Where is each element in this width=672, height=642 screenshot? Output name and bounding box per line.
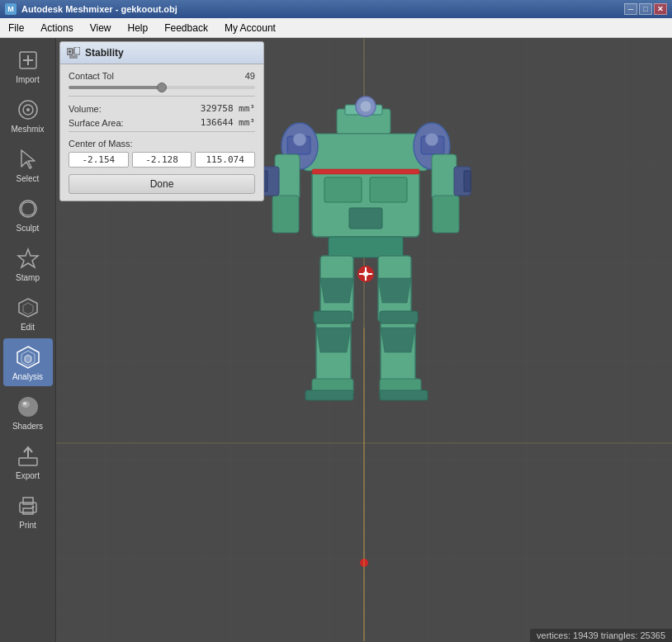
window-title: Autodesk Meshmixer - gekkoout.obj: [21, 4, 177, 14]
svg-point-32: [293, 133, 306, 146]
svg-rect-48: [312, 169, 419, 174]
analysis-icon: [15, 344, 41, 371]
close-button[interactable]: ✕: [654, 3, 667, 15]
svg-rect-37: [272, 196, 299, 233]
menu-file[interactable]: File: [0, 18, 32, 37]
select-label: Select: [17, 174, 40, 183]
sculpt-icon: [15, 196, 41, 222]
contact-tol-row: Contact Tol 49: [69, 71, 255, 81]
import-icon: [15, 47, 41, 73]
shaders-label: Shaders: [12, 422, 43, 431]
sidebar-item-sculpt[interactable]: Sculpt: [3, 190, 53, 238]
edit-icon: [15, 295, 41, 321]
menu-actions[interactable]: Actions: [32, 18, 81, 37]
sidebar-item-import[interactable]: Import: [3, 41, 53, 89]
sidebar: Import Meshmix Select: [0, 38, 56, 642]
com-x-value: -2.154: [69, 152, 129, 168]
viewport[interactable]: Stability Contact Tol 49 Volume: 329758 …: [56, 38, 672, 642]
menu-help[interactable]: Help: [120, 18, 157, 37]
svg-rect-29: [304, 134, 428, 171]
svg-rect-49: [329, 237, 403, 257]
contact-tol-label: Contact Tol: [69, 71, 114, 81]
svg-marker-13: [25, 355, 31, 363]
export-icon: [15, 443, 41, 470]
svg-marker-6: [21, 150, 35, 168]
sidebar-item-select[interactable]: Select: [3, 140, 53, 188]
done-button[interactable]: Done: [69, 174, 255, 194]
svg-marker-8: [18, 249, 38, 267]
sidebar-item-shaders[interactable]: Shaders: [3, 388, 53, 436]
svg-marker-63: [381, 328, 415, 352]
svg-marker-10: [23, 303, 33, 314]
sidebar-item-analysis[interactable]: Analysis: [3, 338, 53, 386]
svg-rect-75: [74, 47, 80, 54]
maximize-button[interactable]: □: [639, 3, 652, 15]
volume-value: 329758 mm³: [201, 103, 255, 114]
meshmix-label: Meshmix: [11, 125, 44, 134]
select-icon: [15, 146, 41, 172]
surface-area-row: Surface Area: 136644 mm³: [69, 117, 255, 128]
svg-rect-54: [305, 390, 353, 400]
print-icon: [15, 493, 41, 519]
sculpt-label: Sculpt: [17, 224, 40, 233]
svg-rect-59: [380, 390, 428, 400]
svg-rect-43: [464, 171, 471, 191]
menu-feedback[interactable]: Feedback: [156, 18, 216, 37]
menu-view[interactable]: View: [82, 18, 120, 37]
com-label: Center of Mass:: [69, 139, 255, 149]
volume-label: Volume:: [69, 104, 102, 114]
svg-point-7: [20, 201, 36, 217]
sidebar-item-edit[interactable]: Edit: [3, 289, 53, 337]
contact-tol-slider[interactable]: [69, 86, 255, 89]
svg-point-35: [425, 133, 438, 146]
meshmix-icon: [15, 97, 41, 123]
stamp-icon: [15, 245, 41, 271]
stamp-label: Stamp: [16, 273, 40, 282]
svg-point-22: [31, 505, 34, 507]
com-values-row: -2.154 -2.128 115.074: [69, 152, 255, 168]
svg-point-69: [363, 271, 368, 276]
svg-rect-17: [19, 458, 37, 465]
divider: [69, 96, 255, 97]
menu-account[interactable]: My Account: [216, 18, 284, 37]
sidebar-item-print[interactable]: Print: [3, 487, 53, 535]
shaders-icon: [15, 394, 41, 420]
status-text: vertices: 19439 triangles: 25365: [537, 630, 665, 640]
svg-rect-21: [23, 508, 33, 514]
app-icon: M: [5, 3, 17, 15]
menu-bar: File Actions View Help Feedback My Accou…: [0, 18, 672, 38]
svg-marker-60: [320, 278, 353, 303]
svg-point-74: [69, 50, 72, 54]
surface-area-value: 136644 mm³: [201, 117, 255, 128]
svg-point-5: [26, 108, 30, 111]
svg-marker-62: [378, 278, 411, 303]
window-controls: ─ □ ✕: [624, 3, 667, 15]
svg-rect-45: [324, 177, 362, 202]
svg-rect-40: [432, 154, 457, 200]
minimize-button[interactable]: ─: [624, 3, 637, 15]
svg-rect-52: [314, 311, 352, 323]
svg-point-16: [23, 402, 26, 404]
analysis-label: Analysis: [12, 372, 43, 381]
export-label: Export: [16, 471, 40, 480]
svg-point-65: [360, 101, 371, 112]
svg-rect-41: [433, 196, 459, 233]
stability-panel-body: Contact Tol 49 Volume: 329758 mm³ Surfac…: [60, 64, 263, 201]
stability-icon: [67, 46, 80, 59]
volume-row: Volume: 329758 mm³: [69, 103, 255, 114]
divider2: [69, 131, 255, 132]
svg-rect-57: [380, 311, 418, 323]
stability-panel: Stability Contact Tol 49 Volume: 329758 …: [59, 41, 264, 201]
com-y-value: -2.128: [132, 152, 192, 168]
slider-thumb[interactable]: [157, 83, 167, 92]
stability-panel-header: Stability: [60, 42, 263, 64]
stability-title: Stability: [85, 47, 124, 59]
sidebar-item-stamp[interactable]: Stamp: [3, 239, 53, 287]
sidebar-item-export[interactable]: Export: [3, 437, 53, 485]
svg-rect-46: [370, 177, 407, 202]
svg-rect-47: [349, 208, 382, 229]
com-z-value: 115.074: [195, 152, 255, 168]
contact-tol-value: 49: [245, 71, 255, 81]
title-bar: M Autodesk Meshmixer - gekkoout.obj ─ □ …: [0, 0, 672, 18]
sidebar-item-meshmix[interactable]: Meshmix: [3, 91, 53, 139]
